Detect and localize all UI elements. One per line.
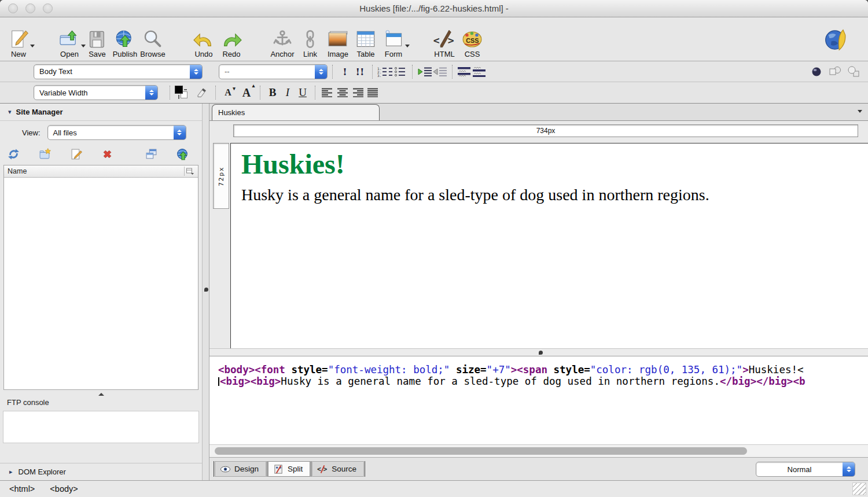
align-left-button[interactable] bbox=[320, 85, 335, 100]
design-paragraph[interactable]: Husky is a general name for a sled-type … bbox=[241, 186, 856, 204]
bring-to-front-button[interactable] bbox=[846, 64, 861, 79]
align-center-button[interactable] bbox=[335, 85, 350, 100]
table-icon bbox=[354, 30, 377, 49]
align-justify-icon bbox=[367, 88, 378, 97]
horizontal-ruler[interactable]: 734px bbox=[233, 124, 858, 137]
object-align-top-button[interactable] bbox=[457, 64, 472, 79]
status-bar: <html> <body> bbox=[0, 480, 868, 497]
tab-source-view[interactable]: <> Source bbox=[312, 461, 364, 477]
delete-button[interactable] bbox=[100, 146, 115, 161]
form-icon bbox=[382, 30, 405, 49]
resize-grip[interactable] bbox=[852, 483, 866, 495]
anchor-button[interactable]: Anchor bbox=[270, 29, 295, 58]
redo-button[interactable]: Redo bbox=[219, 29, 244, 58]
statusbar-html-element[interactable]: <html> bbox=[9, 484, 35, 494]
save-icon bbox=[86, 30, 109, 49]
tab-list-dropdown[interactable] bbox=[858, 110, 862, 113]
save-button[interactable]: Save bbox=[84, 29, 110, 58]
zoom-select[interactable]: Normal bbox=[756, 462, 855, 477]
publish-site-button[interactable] bbox=[175, 146, 190, 161]
splitter-grippy-icon[interactable] bbox=[539, 351, 543, 355]
form-button[interactable]: Form bbox=[381, 29, 406, 58]
format-toolbar-row2: Variable Width A▾ A▴ B I U bbox=[0, 82, 868, 104]
file-list[interactable] bbox=[4, 178, 198, 389]
site-manager-header[interactable]: ▾ Site Manager bbox=[0, 104, 202, 121]
splitter-grippy-icon[interactable] bbox=[204, 288, 208, 292]
tree-header[interactable]: Name bbox=[4, 165, 198, 178]
dom-explorer-header[interactable]: ▸ DOM Explorer bbox=[0, 463, 202, 480]
publish-button[interactable]: Publish bbox=[112, 29, 138, 58]
emphasis-button[interactable]: ! bbox=[337, 64, 352, 79]
disclosure-triangle-icon[interactable]: ▸ bbox=[9, 468, 13, 476]
browse-button[interactable]: Browse bbox=[140, 29, 165, 58]
css-button[interactable]: CSS CSS bbox=[459, 29, 485, 58]
align-center-icon bbox=[337, 88, 348, 97]
source-horizontal-scrollbar[interactable] bbox=[209, 444, 868, 457]
strong-emphasis-button[interactable]: !! bbox=[352, 64, 367, 79]
editor-area: Huskies 734px 72px Huskies! Husky is a g… bbox=[209, 104, 868, 480]
form-dropdown-arrow[interactable] bbox=[405, 45, 410, 47]
send-to-back-button[interactable] bbox=[827, 64, 843, 79]
eye-icon bbox=[220, 464, 231, 474]
cascade-windows-button[interactable] bbox=[144, 146, 159, 161]
text-color-picker[interactable] bbox=[175, 85, 190, 100]
svg-text:<: < bbox=[317, 465, 321, 473]
align-right-button[interactable] bbox=[350, 85, 365, 100]
source-line-2[interactable]: <big><big>Husky is a general name for a … bbox=[218, 375, 868, 387]
delete-x-icon bbox=[101, 148, 113, 160]
increase-font-button[interactable]: A▴ bbox=[239, 85, 254, 100]
outdent-button[interactable] bbox=[432, 64, 447, 79]
html-button[interactable]: <> HTML bbox=[432, 29, 457, 58]
open-button[interactable]: Open bbox=[57, 29, 82, 58]
image-button[interactable]: Image bbox=[325, 29, 351, 58]
source-view[interactable]: <body><font style="font-weight: bold;" s… bbox=[209, 356, 868, 444]
svg-text:<: < bbox=[433, 34, 440, 46]
paragraph-format-select[interactable]: Body Text bbox=[34, 64, 203, 79]
position-absolute-button[interactable] bbox=[809, 64, 824, 79]
undo-arrow-icon bbox=[192, 30, 215, 49]
link-button[interactable]: Link bbox=[297, 29, 323, 58]
design-source-splitter[interactable] bbox=[209, 348, 868, 356]
refresh-button[interactable] bbox=[6, 146, 21, 161]
indent-button[interactable] bbox=[417, 64, 432, 79]
css-class-select[interactable]: -- bbox=[219, 64, 328, 79]
object-align-bottom-button[interactable] bbox=[472, 64, 487, 79]
svg-text:CSS: CSS bbox=[466, 37, 479, 44]
title-bar: Huskies [file:/.../fig-6.22-huskies.html… bbox=[0, 0, 868, 17]
bold-button[interactable]: B bbox=[265, 85, 280, 100]
edit-button[interactable] bbox=[68, 146, 83, 161]
collapse-handle-icon[interactable] bbox=[98, 393, 104, 396]
tab-split-view[interactable]: Split bbox=[268, 461, 310, 477]
bullet-list-button[interactable] bbox=[392, 64, 407, 79]
decrease-font-button[interactable]: A▾ bbox=[220, 85, 236, 100]
align-justify-button[interactable] bbox=[365, 85, 380, 100]
sidebar-splitter[interactable] bbox=[202, 104, 209, 480]
outdent-icon bbox=[433, 67, 447, 77]
vertical-ruler[interactable]: 72px bbox=[213, 143, 229, 209]
font-family-select[interactable]: Variable Width bbox=[34, 85, 158, 100]
highlight-color-button[interactable] bbox=[194, 85, 209, 100]
new-dropdown-arrow[interactable] bbox=[30, 45, 35, 47]
numbered-list-button[interactable]: 1.2.3. bbox=[377, 64, 392, 79]
indent-icon bbox=[418, 67, 432, 77]
source-line-1[interactable]: <body><font style="font-weight: bold;" s… bbox=[218, 364, 868, 375]
tab-design-view[interactable]: Design bbox=[215, 461, 266, 477]
undo-button[interactable]: Undo bbox=[191, 29, 216, 58]
italic-button[interactable]: I bbox=[280, 85, 295, 100]
table-button[interactable]: Table bbox=[353, 29, 378, 58]
statusbar-body-element[interactable]: <body> bbox=[50, 484, 78, 494]
disclosure-triangle-icon[interactable]: ▾ bbox=[8, 108, 12, 116]
view-select[interactable]: All files bbox=[47, 125, 186, 140]
wysiwyg-page[interactable]: Huskies! Husky is a general name for a s… bbox=[230, 143, 868, 348]
publish-site-icon bbox=[176, 148, 189, 160]
color-swatch-icon bbox=[175, 86, 190, 100]
new-button[interactable]: New bbox=[6, 29, 31, 58]
scrollbar-thumb[interactable] bbox=[215, 447, 747, 455]
design-heading[interactable]: Huskies! bbox=[241, 149, 856, 180]
circle-square-icon bbox=[847, 66, 860, 78]
column-picker-button[interactable] bbox=[184, 167, 196, 176]
underline-button[interactable]: U bbox=[295, 85, 310, 100]
design-view: 734px 72px Huskies! Husky is a general n… bbox=[209, 121, 868, 348]
new-folder-button[interactable] bbox=[37, 146, 52, 161]
document-tab-huskies[interactable]: Huskies bbox=[212, 104, 380, 120]
